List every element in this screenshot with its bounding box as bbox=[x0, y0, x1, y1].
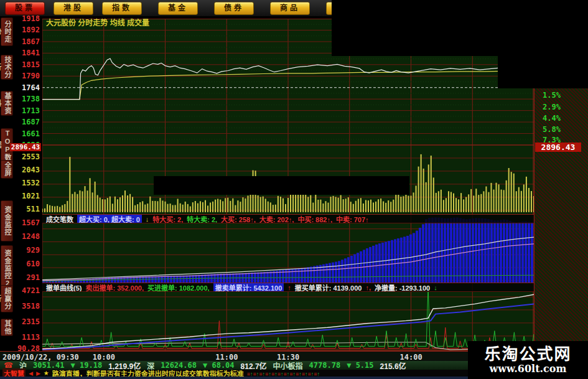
volume-bar bbox=[348, 197, 349, 212]
volume-bar bbox=[197, 204, 198, 212]
volume-bar bbox=[85, 186, 86, 212]
volume-bar bbox=[282, 199, 284, 212]
deal-count-bar bbox=[394, 239, 396, 283]
sidebar-item-2[interactable]: 技术分析 bbox=[1, 55, 13, 80]
deal-count-bar bbox=[338, 261, 340, 283]
sidebar-item-5[interactable]: 全屏 bbox=[1, 160, 13, 179]
sidebar-item-8[interactable]: 超赢分析 bbox=[1, 285, 13, 312]
volume-bar bbox=[317, 200, 319, 212]
menu-tab-2[interactable]: 港股 bbox=[54, 2, 93, 15]
deal-count-bar bbox=[437, 218, 440, 283]
deal-count-bar bbox=[531, 222, 533, 283]
volume-bar bbox=[72, 194, 73, 212]
volume-bar bbox=[195, 201, 196, 212]
volume-bar bbox=[375, 202, 376, 212]
volume-bar bbox=[62, 205, 63, 212]
menu-tab-6[interactable]: 商品 bbox=[270, 2, 310, 15]
volume-bar bbox=[185, 202, 186, 212]
cancel-selected-field[interactable]: 撤卖单累计: 5432.100 bbox=[213, 283, 284, 292]
deal-scale-label: 929 bbox=[12, 246, 40, 255]
volume-bar bbox=[212, 202, 213, 212]
menu-tab-4[interactable]: 基金 bbox=[158, 2, 198, 15]
deal-count-bar bbox=[316, 266, 319, 283]
volume-bar bbox=[368, 200, 369, 212]
volume-bar bbox=[320, 200, 321, 212]
volume-bar bbox=[350, 202, 352, 212]
volume-bar bbox=[175, 205, 176, 212]
deal-count-bar bbox=[434, 217, 437, 283]
ticker-next-icon[interactable]: ▶ bbox=[36, 370, 40, 377]
deal-count-bar bbox=[329, 263, 331, 283]
volume-bar bbox=[380, 199, 381, 212]
deal-count-bar bbox=[503, 220, 505, 283]
volume-bar bbox=[278, 196, 279, 212]
deal-count-bar bbox=[341, 260, 343, 283]
sell-cancel-field: 卖出撤单: 352.000, bbox=[85, 283, 144, 292]
deal-count-title[interactable]: 成交笔数 bbox=[46, 214, 73, 223]
menu-tab-5[interactable]: 债券 bbox=[214, 2, 254, 15]
volume-bar bbox=[59, 207, 60, 212]
sidebar-item-9[interactable]: 其他 bbox=[1, 319, 13, 336]
volume-bar bbox=[215, 200, 216, 212]
stock-app-window: 股票港股指数基金债券商品期货 大元股份 分时走势 均线 成交量 分时走势技术分析… bbox=[0, 0, 588, 379]
volume-bar bbox=[210, 202, 211, 212]
volume-bar bbox=[202, 202, 203, 212]
volume-bar bbox=[147, 204, 148, 212]
deal-count-bar bbox=[459, 218, 462, 283]
volume-bar bbox=[182, 205, 184, 212]
volume-bar bbox=[443, 200, 444, 212]
volume-bar bbox=[307, 197, 309, 212]
volume-bar bbox=[268, 202, 269, 212]
price-scale-label: 1738 bbox=[12, 95, 40, 103]
deal-count-bar bbox=[431, 218, 434, 283]
volume-bar bbox=[448, 191, 449, 212]
sidebar-item-3[interactable]: 基本资料 bbox=[1, 91, 13, 116]
percent-scale-label: 4.4% bbox=[543, 114, 580, 123]
deal-count-bar bbox=[307, 267, 309, 283]
deal-count-bar bbox=[344, 258, 347, 283]
volume-bar bbox=[287, 198, 289, 212]
cancel-curve-title[interactable]: 撤单曲线(5) bbox=[46, 283, 82, 292]
deal-count-bar bbox=[363, 250, 365, 283]
volume-bar bbox=[333, 196, 334, 212]
volume-bar bbox=[423, 169, 424, 212]
volume-bar bbox=[418, 167, 419, 212]
deal-count-selected-field[interactable]: 超大买: 0, 超大卖: 0 bbox=[77, 214, 142, 223]
volume-bar bbox=[235, 205, 236, 212]
ticker-prev-icon[interactable]: ◀ bbox=[29, 370, 33, 377]
sidebar-item-7[interactable]: 资金监控2 bbox=[1, 245, 13, 291]
deal-count-field-1: 特大买: 2, bbox=[152, 214, 183, 223]
sidebar-item-6[interactable]: 资金监控 bbox=[1, 200, 13, 241]
price-scale-label: 1892 bbox=[12, 26, 40, 34]
deal-count-bar bbox=[288, 269, 291, 283]
volume-bar bbox=[528, 188, 530, 212]
volume-bar bbox=[355, 201, 357, 212]
index-amount-3: 215.6亿 bbox=[380, 360, 406, 371]
menu-tab-3[interactable]: 指数 bbox=[102, 2, 142, 15]
volume-bar bbox=[325, 201, 326, 212]
volume-bar bbox=[172, 205, 174, 212]
volume-bar bbox=[114, 197, 116, 212]
deal-count-bar bbox=[304, 268, 306, 283]
volume-bar bbox=[42, 208, 43, 212]
net-cancel-field: 净撤量: -1293.100 bbox=[375, 283, 430, 292]
deal-count-bar bbox=[521, 222, 524, 283]
volume-bar bbox=[503, 190, 505, 212]
volume-bar bbox=[152, 201, 153, 212]
volume-bar bbox=[335, 197, 337, 212]
volume-bar bbox=[441, 190, 442, 212]
menu-tab-1[interactable]: 股票 bbox=[5, 2, 45, 15]
volume-scale-label: 2043 bbox=[12, 166, 40, 174]
volume-bar bbox=[280, 197, 281, 212]
deal-count-bar bbox=[192, 275, 194, 283]
deal-count-bar bbox=[313, 266, 315, 283]
volume-bar bbox=[431, 156, 432, 212]
deal-count-bar bbox=[528, 222, 530, 283]
deal-count-bar bbox=[462, 218, 465, 283]
deal-count-bar bbox=[490, 220, 493, 283]
volume-bar bbox=[220, 200, 221, 212]
volume-bar bbox=[426, 182, 427, 212]
deal-count-bar bbox=[369, 247, 371, 283]
down-arrow-icon: ↓ bbox=[434, 284, 437, 291]
sidebar-item-1[interactable]: 分时走势 bbox=[1, 17, 13, 46]
